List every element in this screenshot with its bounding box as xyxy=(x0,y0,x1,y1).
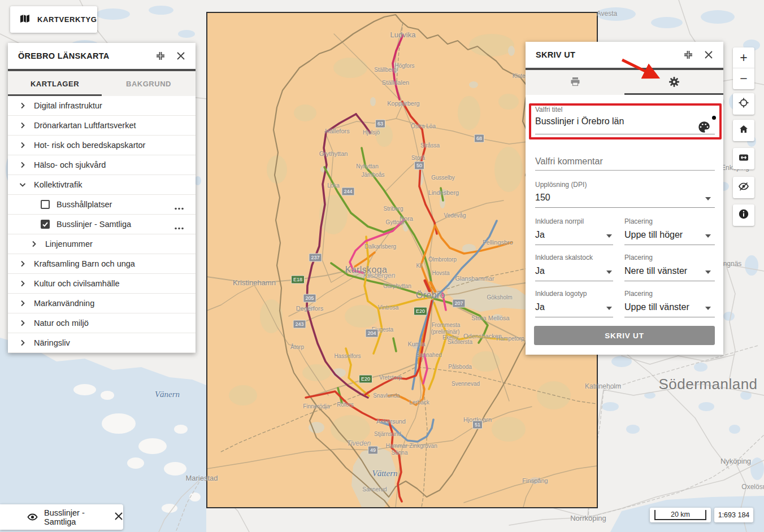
layer-item-label: Busshållplatser xyxy=(57,200,112,209)
printer-icon xyxy=(570,76,581,89)
palette-icon[interactable] xyxy=(697,120,711,137)
layer-item-kultur-och-civilsamh-lle[interactable]: Kultur och civilsamhälle xyxy=(8,274,196,294)
chevron-down-icon[interactable] xyxy=(705,234,711,241)
print-title-input[interactable] xyxy=(535,116,691,127)
chevron-down-icon[interactable] xyxy=(705,307,711,313)
print-comment-input[interactable] xyxy=(535,156,705,167)
field-underline xyxy=(535,281,613,281)
locate-icon xyxy=(738,97,749,111)
info-button[interactable] xyxy=(733,204,754,226)
layer-item-label: Kollektivtrafik xyxy=(34,180,82,189)
chevron-right-icon[interactable] xyxy=(19,280,34,287)
layer-item-kraftsamling-barn-och-unga[interactable]: Kraftsamling Barn och unga xyxy=(8,254,196,274)
active-layer-chip[interactable]: Busslinjer - Samtliga xyxy=(0,504,123,530)
layer-item-label: Markanvändning xyxy=(34,299,94,308)
northarrow-label: Inkludera norrpil xyxy=(535,217,584,225)
scale-ratio: 1:693 184 xyxy=(714,508,753,522)
chevron-down-icon[interactable] xyxy=(606,271,612,277)
chevron-right-icon[interactable] xyxy=(19,122,34,129)
chevron-down-icon[interactable] xyxy=(606,234,612,241)
print-button[interactable]: SKRIV UT xyxy=(534,326,715,345)
layer-item-label: Digital infrastruktur xyxy=(34,101,102,110)
hide-layers-button[interactable] xyxy=(733,177,754,198)
checkbox-unchecked[interactable] xyxy=(41,200,50,209)
layer-item-bussh-llplatser[interactable]: Busshållplatser xyxy=(8,195,196,215)
print-panel: SKRIV UT Valfri titel Upplösning (DPI) 1… xyxy=(526,42,723,355)
chevron-down-icon[interactable] xyxy=(606,307,612,313)
layer-item-h-lso-och-sjukv-rd[interactable]: Hälso- och sjukvård xyxy=(8,155,196,175)
previous-extent-button[interactable] xyxy=(733,148,754,169)
locate-button[interactable] xyxy=(733,93,754,115)
layer-item-digital-infrastruktur[interactable]: Digital infrastruktur xyxy=(8,96,196,116)
layer-options-menu-icon[interactable] xyxy=(174,222,184,232)
chevron-right-icon[interactable] xyxy=(31,241,45,247)
scalebar-placement-select[interactable]: Nere till vänster xyxy=(624,266,687,276)
layer-list: Digital infrastrukturDrönarkartan Luftfa… xyxy=(8,96,196,353)
layer-item-kollektivtrafik[interactable]: Kollektivtrafik xyxy=(8,175,196,195)
map-icon xyxy=(19,14,31,26)
zoom-out-button[interactable]: − xyxy=(733,68,754,89)
chevron-right-icon[interactable] xyxy=(19,339,34,346)
logo-select[interactable]: Ja xyxy=(535,302,545,312)
close-icon[interactable] xyxy=(174,49,188,63)
chevron-right-icon[interactable] xyxy=(19,300,34,307)
map-tools-button[interactable]: KARTVERKTYG xyxy=(10,6,97,33)
layer-item-linjenummer[interactable]: Linjenummer xyxy=(8,234,196,254)
layer-item-label: Drönarkartan Luftfartsverket xyxy=(34,121,136,130)
tab-bakgrund[interactable]: BAKGRUND xyxy=(102,71,196,96)
layer-item-markanv-ndning[interactable]: Markanvändning xyxy=(8,294,196,313)
layer-item-busslinjer-samtliga[interactable]: Busslinjer - Samtliga xyxy=(8,215,196,234)
field-underline xyxy=(624,317,715,317)
scale-ratio-label: 1:693 184 xyxy=(718,511,750,519)
chevron-right-icon[interactable] xyxy=(19,320,34,326)
scalebar-select[interactable]: Ja xyxy=(535,266,545,276)
home-icon xyxy=(738,124,749,137)
checkbox-checked[interactable] xyxy=(41,220,50,229)
chevron-right-icon[interactable] xyxy=(19,102,34,109)
field-underline xyxy=(535,134,715,134)
layer-options-menu-icon[interactable] xyxy=(174,202,184,212)
scale-bar-label: 20 km xyxy=(671,511,690,518)
layer-item-n-ringsliv[interactable]: Näringsliv xyxy=(8,333,196,353)
collapse-icon[interactable] xyxy=(681,48,695,62)
field-underline xyxy=(535,317,613,317)
zoom-control: + − xyxy=(733,47,754,89)
chevron-down-icon[interactable] xyxy=(705,271,711,277)
northarrow-select[interactable]: Ja xyxy=(535,230,545,240)
layer-item-natur-och-milj[interactable]: Natur och miljö xyxy=(8,313,196,333)
layers-panel: ÖREBRO LÄNSKARTA KARTLAGER BAKGRUND Digi… xyxy=(8,43,196,353)
logo-label: Inkludera logotyp xyxy=(535,290,587,298)
tab-kartlager[interactable]: KARTLAGER xyxy=(8,71,102,96)
dpi-select[interactable]: 150 xyxy=(535,193,550,203)
scale-bar: 20 km xyxy=(650,508,711,522)
layer-item-label: Näringsliv xyxy=(34,338,70,347)
tab-print[interactable] xyxy=(526,70,624,95)
eye-icon xyxy=(27,512,38,525)
layer-item-dr-narkartan-luftfartsverket[interactable]: Drönarkartan Luftfartsverket xyxy=(8,116,196,136)
dpi-label: Upplösning (DPI) xyxy=(535,181,587,189)
chevron-right-icon[interactable] xyxy=(19,260,34,267)
close-icon[interactable] xyxy=(702,48,715,62)
layer-item-label: Kultur och civilsamhälle xyxy=(34,279,120,288)
field-underline xyxy=(535,245,613,245)
tab-print-settings[interactable] xyxy=(624,70,723,95)
close-icon[interactable] xyxy=(114,512,123,523)
layer-item-label: Hot- risk och beredskapskartor xyxy=(34,141,145,150)
palette-badge-dot xyxy=(712,116,716,120)
chevron-down-icon[interactable] xyxy=(19,181,34,188)
field-underline xyxy=(624,245,715,245)
map-tools-label: KARTVERKTYG xyxy=(37,15,97,24)
home-extent-button[interactable] xyxy=(733,120,754,141)
northarrow-placement-select[interactable]: Uppe till höger xyxy=(624,230,683,240)
title-field-label: Valfri titel xyxy=(535,106,562,114)
chevron-down-icon[interactable] xyxy=(705,197,711,203)
logo-placement-select[interactable]: Uppe till vänster xyxy=(624,302,689,312)
layer-item-hot-risk-och-beredskapskartor[interactable]: Hot- risk och beredskapskartor xyxy=(8,136,196,155)
chevron-right-icon[interactable] xyxy=(19,162,34,168)
layer-item-label: Natur och miljö xyxy=(34,319,89,328)
chevron-right-icon[interactable] xyxy=(19,142,34,149)
layer-item-label: Linjenummer xyxy=(45,239,93,248)
zoom-in-button[interactable]: + xyxy=(733,47,754,68)
collapse-icon[interactable] xyxy=(154,49,167,63)
scale-bar-bracket: 20 km xyxy=(654,510,706,520)
